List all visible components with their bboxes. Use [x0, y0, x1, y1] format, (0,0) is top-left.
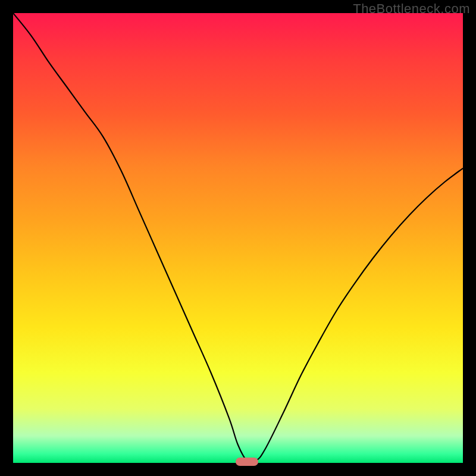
plot-area [13, 13, 463, 463]
chart-frame: TheBottleneck.com [0, 0, 476, 476]
watermark-text: TheBottleneck.com [353, 1, 470, 17]
bottleneck-curve [13, 13, 463, 463]
optimum-marker [236, 458, 258, 466]
curve-path [13, 13, 463, 462]
